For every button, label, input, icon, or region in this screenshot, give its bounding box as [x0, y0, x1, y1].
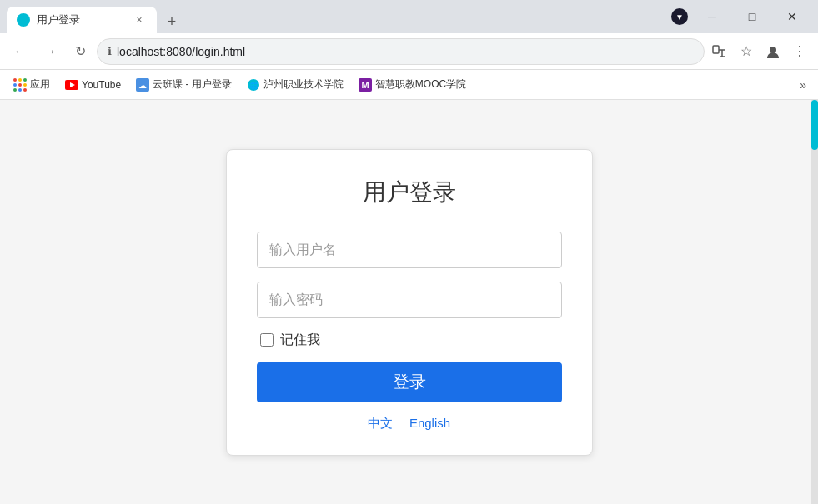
secure-icon: ℹ — [108, 45, 112, 57]
login-card: 用户登录 记住我 登录 中文 English — [226, 149, 593, 456]
close-button[interactable]: ✕ — [773, 0, 811, 33]
active-tab[interactable]: 用户登录 × — [7, 7, 157, 33]
browser-chrome: 用户登录 × + ▼ ─ □ ✕ ← → ↻ ℹ localhost:8080/… — [0, 0, 818, 100]
url-display: localhost:8080/login.html — [117, 45, 694, 58]
toolbar: ← → ↻ ℹ localhost:8080/login.html ☆ ⋮ — [0, 33, 818, 70]
tab-favicon — [17, 13, 30, 27]
login-button[interactable]: 登录 — [257, 362, 562, 402]
chinese-lang-link[interactable]: 中文 — [368, 416, 393, 432]
page-content: 用户登录 记住我 登录 中文 English — [0, 100, 818, 504]
mooc-label: 智慧职教MOOC学院 — [375, 77, 466, 92]
apps-button[interactable]: 应用 — [7, 74, 57, 95]
svg-point-2 — [770, 47, 776, 53]
address-bar[interactable]: ℹ localhost:8080/login.html — [97, 38, 705, 65]
luzhou-label: 泸州职业技术学院 — [263, 77, 344, 92]
bookmark-yunbanke[interactable]: ☁ 云班课 - 用户登录 — [129, 74, 238, 95]
bookmarks-bar: 应用 YouTube ☁ 云班课 - 用户登录 🌐 泸州职业技术学院 M 智慧职… — [0, 70, 818, 100]
minimize-button[interactable]: ─ — [693, 0, 731, 33]
bookmark-button[interactable]: ☆ — [735, 40, 758, 63]
scrollbar-thumb[interactable] — [811, 100, 818, 150]
window-controls: ─ □ ✕ — [693, 0, 811, 33]
language-row: 中文 English — [257, 416, 562, 432]
login-title: 用户登录 — [257, 177, 562, 208]
bookmark-luzhou[interactable]: 🌐 泸州职业技术学院 — [240, 74, 350, 95]
tab-close-button[interactable]: × — [132, 12, 147, 27]
youtube-label: YouTube — [82, 79, 121, 91]
new-tab-button[interactable]: + — [160, 10, 183, 33]
translate-button[interactable] — [708, 40, 731, 63]
title-bar: 用户登录 × + ▼ ─ □ ✕ — [0, 0, 818, 33]
svg-text:M: M — [361, 80, 369, 90]
remember-row: 记住我 — [257, 332, 562, 349]
bookmark-mooc[interactable]: M 智慧职教MOOC学院 — [352, 74, 473, 95]
bookmark-youtube[interactable]: YouTube — [58, 75, 128, 95]
apps-grid-icon — [13, 78, 27, 92]
mooc-icon: M — [359, 78, 372, 92]
remember-checkbox[interactable] — [260, 333, 274, 347]
forward-button[interactable]: → — [37, 38, 63, 65]
reload-button[interactable]: ↻ — [67, 38, 93, 65]
tab-bar: 用户登录 × + — [7, 0, 666, 33]
yunbanke-label: 云班课 - 用户登录 — [153, 77, 232, 92]
username-input[interactable] — [257, 232, 562, 268]
english-lang-link[interactable]: English — [409, 416, 450, 432]
youtube-icon — [65, 78, 78, 92]
yunbanke-icon: ☁ — [136, 78, 149, 92]
apps-label: 应用 — [30, 77, 50, 92]
svg-text:☁: ☁ — [138, 81, 147, 90]
luzhou-icon: 🌐 — [247, 78, 260, 92]
svg-rect-1 — [713, 46, 719, 53]
more-menu-button[interactable]: ⋮ — [788, 40, 811, 63]
profile-dropdown[interactable]: ▼ — [671, 8, 688, 25]
password-input[interactable] — [257, 282, 562, 318]
profile-button[interactable] — [761, 40, 785, 63]
remember-label: 记住我 — [280, 332, 320, 349]
svg-point-0 — [19, 16, 28, 24]
svg-text:🌐: 🌐 — [248, 81, 258, 91]
maximize-button[interactable]: □ — [733, 0, 771, 33]
back-button[interactable]: ← — [7, 38, 33, 65]
tab-title: 用户登录 — [37, 12, 125, 27]
more-bookmarks-button[interactable]: » — [795, 75, 811, 95]
